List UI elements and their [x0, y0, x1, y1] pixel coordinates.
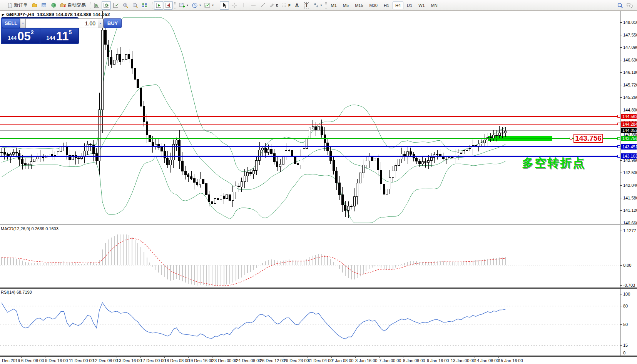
price-tick-label: 145.720	[623, 83, 637, 87]
timeframe-h1[interactable]: H1	[381, 2, 392, 9]
level-line-resistance-lower[interactable]	[0, 124, 620, 125]
time-tick-mark	[475, 357, 475, 358]
price-tick-label: 142.500	[623, 170, 637, 175]
channel-letter: E	[276, 3, 278, 7]
volume-input[interactable]	[26, 18, 98, 28]
tile-windows-icon	[142, 2, 148, 8]
trendline-tool-button[interactable]	[258, 1, 268, 10]
time-label: 9 Jan 16:00	[427, 358, 449, 363]
time-label: Dec 2019	[2, 358, 20, 363]
price-tick-label: 147.090	[623, 45, 637, 50]
toolbar-drag-handle[interactable]	[174, 2, 176, 9]
arrows-tool-button[interactable]: ▾	[312, 1, 324, 10]
clock-icon	[192, 2, 198, 8]
price-tick-label: 141.120	[623, 208, 637, 213]
bar-chart-button[interactable]	[92, 1, 101, 10]
time-tick-mark	[140, 357, 141, 358]
options-button[interactable]	[49, 1, 58, 10]
ask-price-display[interactable]: 144115	[40, 29, 78, 43]
timeframe-mn[interactable]: MN	[428, 2, 440, 9]
search-icon[interactable]	[617, 2, 623, 8]
chart-shift-button[interactable]	[164, 1, 173, 10]
timeframe-m30[interactable]: M30	[367, 2, 380, 9]
cursor-button[interactable]	[220, 1, 229, 10]
price-axis[interactable]: 148.010147.550147.090146.630146.180145.7…	[620, 11, 637, 224]
level-callout-box[interactable]: 143.756	[573, 134, 603, 143]
price-chart-pane[interactable]: ◤GBPJPY-,H4 143.889 144.078 143.888 144.…	[0, 11, 637, 224]
price-tick-mark	[620, 22, 622, 23]
chat-icon[interactable]	[626, 2, 633, 8]
one-click-trading-panel: SELL ▾ ▴ BUY 144052 144115	[1, 17, 79, 44]
timeframe-h4[interactable]: H4	[393, 2, 403, 9]
auto-scroll-button[interactable]	[154, 1, 163, 10]
timeframe-m15[interactable]: M15	[352, 2, 366, 9]
macd-axis[interactable]: 1.12770.00-0.703	[620, 225, 637, 288]
crosshair-button[interactable]	[229, 1, 239, 10]
price-tick-mark	[620, 110, 622, 110]
channel-tool-button[interactable]: E	[268, 1, 280, 10]
line-chart-button[interactable]	[111, 1, 120, 10]
vertical-line-tool-button[interactable]	[239, 1, 248, 10]
toolbar-drag-handle[interactable]	[2, 2, 4, 9]
time-tick-mark	[2, 357, 2, 358]
trendline-icon	[260, 2, 266, 8]
new-chart-button[interactable]: ▾	[177, 1, 190, 10]
rsi-tick-mark	[620, 294, 622, 294]
level-line-resistance-upper[interactable]	[0, 116, 620, 117]
toolbar-drag-handle[interactable]	[150, 2, 152, 9]
zoom-out-button[interactable]	[130, 1, 140, 10]
sell-button[interactable]: SELL	[2, 18, 20, 28]
macd-pane[interactable]: MACD(12,26,9) 0.2639 0.1603 1.12770.00-0…	[0, 225, 637, 288]
time-tick-mark	[93, 357, 93, 358]
timeframe-m1[interactable]: M1	[328, 2, 339, 9]
timeframe-m5[interactable]: M5	[340, 2, 351, 9]
profiles-button[interactable]	[30, 1, 39, 10]
level-anchor-support-upper[interactable]	[617, 145, 620, 148]
timeframe-w1[interactable]: W1	[416, 2, 428, 9]
time-label: 6 Dec 08:00	[21, 358, 44, 363]
time-axis[interactable]: Dec 20196 Dec 08:009 Dec 16:0011 Dec 00:…	[0, 357, 637, 364]
level-line-support-upper[interactable]	[0, 146, 620, 147]
time-tick-mark	[45, 357, 45, 358]
macd-tick-label: 0.00	[623, 263, 631, 268]
time-tick-mark	[21, 357, 22, 358]
tile-windows-button[interactable]	[140, 1, 149, 10]
rsi-pane[interactable]: RSI(14) 68.7198 1008050150	[0, 289, 637, 356]
volume-increase-button[interactable]: ▴	[98, 18, 104, 28]
fibonacci-tool-button[interactable]: F	[280, 1, 292, 10]
buy-button[interactable]: BUY	[104, 18, 122, 28]
price-tick-label: 147.550	[623, 33, 637, 37]
toolbar-drag-handle[interactable]	[325, 2, 327, 9]
toolbar-drag-handle[interactable]	[216, 2, 218, 9]
volume-decrease-button[interactable]: ▾	[20, 18, 26, 28]
metaeditor-button[interactable]	[39, 1, 48, 10]
dropdown-caret-icon: ▾	[187, 3, 188, 7]
macd-plot	[0, 225, 620, 288]
level-anchor-pivot-green[interactable]	[617, 137, 620, 140]
timeframe-d1[interactable]: D1	[404, 2, 415, 9]
new-chart-icon	[179, 2, 185, 8]
time-label: 12 Dec 08:00	[93, 358, 118, 363]
level-anchor-resistance-lower[interactable]	[617, 123, 620, 125]
autotrading-button[interactable]: 自动交易	[59, 1, 87, 10]
candlestick-button[interactable]	[102, 1, 111, 10]
trend-note-text[interactable]: 多空转折点	[522, 155, 585, 171]
level-line-pivot-green[interactable]	[0, 138, 620, 139]
rsi-axis[interactable]: 1008050150	[620, 289, 637, 356]
indicators-button[interactable]: ▾	[203, 1, 215, 10]
collapse-triangle-icon[interactable]: ◤	[2, 13, 5, 17]
bid-price-display[interactable]: 144052	[2, 29, 40, 43]
new-order-button[interactable]: 新订单	[6, 1, 29, 10]
toolbar-drag-handle[interactable]	[89, 2, 90, 9]
horizontal-line-tool-button[interactable]	[249, 1, 258, 10]
text-tool-button[interactable]: A	[293, 1, 302, 10]
price-tick-label: 144.800	[623, 108, 637, 112]
callout-anchor-handle[interactable]	[570, 137, 572, 140]
level-anchor-support-lower[interactable]	[617, 155, 620, 158]
label-tool-button[interactable]: T	[302, 1, 311, 10]
level-axis-label-resistance-lower: 144.284	[621, 121, 637, 127]
zoom-in-button[interactable]	[121, 1, 130, 10]
periods-button[interactable]: ▾	[190, 1, 202, 10]
level-anchor-resistance-upper[interactable]	[617, 115, 620, 118]
autotrading-icon	[60, 2, 66, 8]
